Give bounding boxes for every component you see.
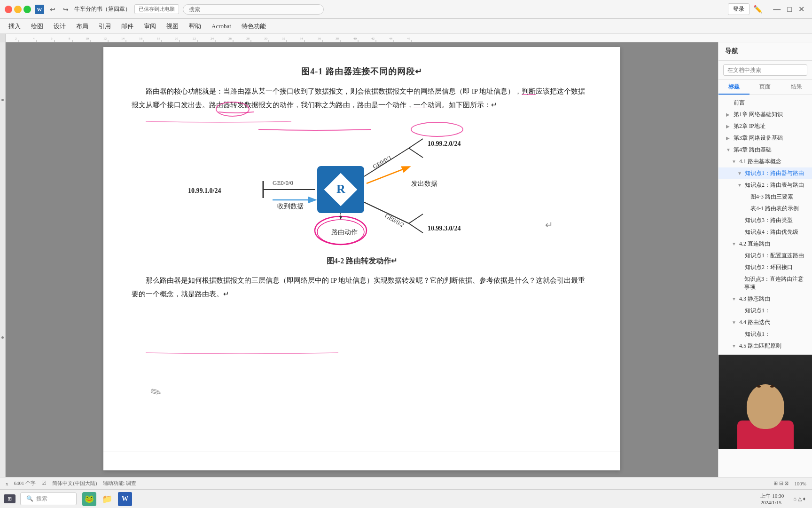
nav-4-5[interactable]: ▼4.5 路由匹配原则 [718, 340, 812, 352]
statusbar-left: x 6401 个字 ☑ 简体中文(中国大陆) 辅助功能: 调查 [6, 480, 136, 487]
close-button[interactable] [5, 6, 12, 13]
svg-text:14: 14 [121, 37, 125, 40]
taskbar-icons: 🐸 📁 W [82, 492, 132, 506]
taskbar-search[interactable]: 🔍 搜索 [20, 492, 77, 505]
sidebar-search-input[interactable] [723, 64, 807, 76]
taskbar-word-icon[interactable]: W [118, 492, 132, 506]
svg-line-56 [409, 223, 423, 233]
taskbar-files-icon[interactable]: 📁 [100, 492, 114, 506]
restore-win-button[interactable]: □ [784, 5, 795, 14]
titlebar: W ↩ ↪ 牛车分的书（第四章） 已保存到此电脑 登录 ✏️ — □ ✕ [0, 0, 812, 19]
nav-4-1-k2[interactable]: ▼知识点2：路由表与路由 [718, 179, 812, 191]
search-box[interactable] [183, 4, 324, 15]
svg-text:20: 20 [175, 37, 179, 40]
annotation-cursor: ✏ [148, 383, 163, 401]
nav-4-3[interactable]: 图4-3 路由三要素 [718, 191, 812, 203]
svg-text:6: 6 [51, 37, 53, 40]
nav-arrow: ▶ [726, 112, 732, 117]
nav-ch3[interactable]: ▶第3章 网络设备基础 [718, 132, 812, 144]
svg-text:30: 30 [264, 37, 268, 40]
nav-qianyan[interactable]: 前言 [718, 97, 812, 109]
geo00-label: GE0/0/0 [273, 179, 293, 186]
nav-arrow: ▼ [732, 241, 737, 246]
document-area[interactable]: 图4-1 路由器连接不同的网段↵ 路由器的核心功能就是：当路由器从某一个接口收到… [6, 42, 718, 477]
nav-4-2[interactable]: ▼4.2 直连路由 [718, 238, 812, 250]
network-diagram: 10.99.1.0/24 GE0/0/0 [132, 115, 592, 252]
nav-4-1-k1[interactable]: ▼知识点1：路由器与路由 [718, 167, 812, 179]
document-page: 图4-1 路由器连接不同的网段↵ 路由器的核心功能就是：当路由器从某一个接口收到… [103, 47, 620, 470]
nav-ch2[interactable]: ▶第2章 IP地址 [718, 120, 812, 132]
menu-acrobat[interactable]: Acrobat [207, 21, 236, 32]
svg-line-55 [409, 214, 423, 223]
menu-help[interactable]: 帮助 [184, 20, 206, 32]
paragraph-1: 路由器的核心功能就是：当路由器从某一个接口收到了数据报文，则会依据数据报文中的网… [132, 85, 592, 111]
menu-layout[interactable]: 布局 [71, 20, 93, 32]
tab-headings[interactable]: 标题 [718, 80, 750, 95]
nav-4-2-k1[interactable]: 知识点1：配置直连路由 [718, 250, 812, 262]
ruler-svg: 2 4 6 8 10 12 14 16 18 20 22 24 26 28 30… [6, 34, 812, 42]
paragraph-2: 那么路由器是如何根据数据报文的三层信息（即网络层中的 IP 地址信息）实现数据转… [132, 274, 592, 301]
tab-results[interactable]: 结果 [781, 80, 812, 95]
nav-4-4[interactable]: ▼4.4 路由迭代 [718, 317, 812, 328]
nav-4-1-k3[interactable]: 知识点3：路由类型 [718, 214, 812, 226]
svg-text:40: 40 [353, 37, 357, 40]
recv-label: 收到数据 [277, 203, 304, 210]
save-status[interactable]: 已保存到此电脑 [134, 4, 179, 14]
edit-icon[interactable]: ✏️ [753, 5, 763, 14]
svg-marker-59 [339, 216, 342, 220]
svg-text:22: 22 [193, 37, 196, 40]
figure-title-2: 图4-2 路由转发动作↵ [132, 256, 592, 266]
start-button[interactable]: ⊞ [4, 494, 16, 503]
statusbar-right: ⊞ ⊟ ⊠ 100% [773, 480, 806, 486]
figure-title-1: 图4-1 路由器连接不同的网段↵ [132, 66, 592, 77]
nav-4-4-k1[interactable]: 知识点1： [718, 328, 812, 340]
close-win-button[interactable]: ✕ [796, 5, 807, 14]
taskbar-tray: ⌂ △ ♦ [790, 495, 808, 503]
net2-label: 10.99.2.0/24 [428, 140, 461, 147]
win-controls: — □ ✕ [770, 5, 807, 14]
nav-4-3-k1[interactable]: 知识点1： [718, 305, 812, 317]
nav-ch1[interactable]: ▶第1章 网络基础知识 [718, 109, 812, 120]
minimize-button[interactable] [14, 6, 22, 13]
undo-button[interactable]: ↩ [48, 5, 57, 14]
nav-4-2-k2[interactable]: 知识点2：环回接口 [718, 262, 812, 273]
menu-mail[interactable]: 邮件 [117, 20, 138, 32]
sidebar-title: 导航 [718, 42, 812, 61]
nav-4-1[interactable]: ▼4.1 路由基本概念 [718, 156, 812, 167]
svg-text:12: 12 [103, 37, 107, 40]
svg-text:26: 26 [228, 37, 232, 40]
minimize-win-button[interactable]: — [770, 5, 783, 14]
geo01-label: GE0/0/1 [372, 154, 393, 170]
diagram-svg: 10.99.1.0/24 GE0/0/0 [132, 115, 592, 252]
sidebar-tabs: 标题 页面 结果 [718, 80, 812, 95]
nav-table-4-1[interactable]: 表4-1 路由表的示例 [718, 203, 812, 214]
tab-pages[interactable]: 页面 [750, 80, 781, 95]
nav-arrow: ▼ [732, 343, 737, 349]
route-label: 路由动作 [331, 229, 358, 236]
login-button[interactable]: 登录 [728, 3, 750, 15]
menu-special[interactable]: 特色功能 [237, 20, 271, 32]
svg-text:46: 46 [407, 37, 411, 40]
menu-references[interactable]: 引用 [94, 20, 116, 32]
svg-line-53 [367, 167, 409, 183]
nav-4-3-static[interactable]: ▼4.3 静态路由 [718, 293, 812, 305]
menubar: 插入 绘图 设计 布局 引用 邮件 审阅 视图 帮助 Acrobat 特色功能 [0, 19, 812, 34]
menu-view[interactable]: 视图 [162, 20, 183, 32]
menu-design[interactable]: 设计 [49, 20, 70, 32]
nav-ch4[interactable]: ▼第4章 路由基础 [718, 144, 812, 156]
nav-arrow: ▶ [726, 135, 732, 141]
menu-insert[interactable]: 插入 [4, 20, 25, 32]
accessibility-label: 辅助功能: 调查 [103, 480, 137, 487]
svg-text:28: 28 [246, 37, 250, 40]
menu-draw[interactable]: 绘图 [26, 20, 48, 32]
maximize-button[interactable] [23, 6, 31, 13]
redo-button[interactable]: ↪ [61, 5, 70, 14]
menu-review[interactable]: 审阅 [139, 20, 161, 32]
sidebar-search-box[interactable] [718, 61, 812, 80]
taskbar-game-icon[interactable]: 🐸 [82, 492, 96, 506]
geo02-label: GE0/0/2 [384, 212, 406, 229]
svg-text:38: 38 [336, 37, 339, 40]
search-input[interactable] [183, 4, 324, 15]
nav-4-2-k3[interactable]: 知识点3：直连路由注意事项 [718, 273, 812, 293]
nav-4-1-k4[interactable]: 知识点4：路由优先级 [718, 226, 812, 238]
